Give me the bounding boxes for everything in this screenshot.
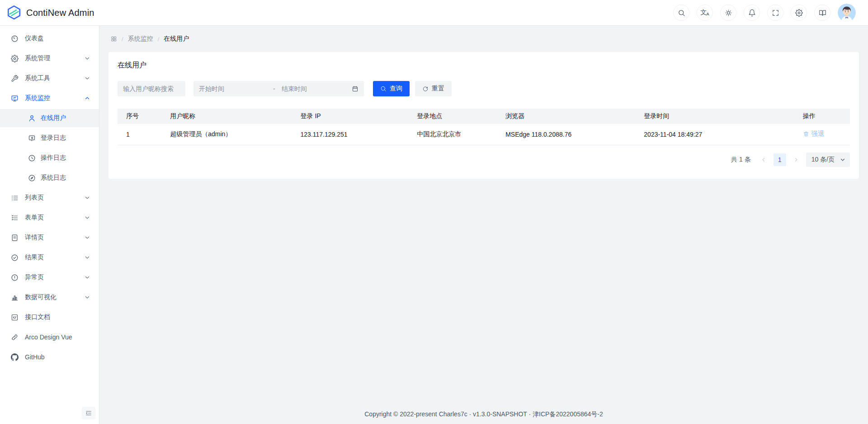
app-header: ContiNew Admin 文A <box>0 0 868 26</box>
pagination-page-1[interactable]: 1 <box>774 153 786 166</box>
chevron-down-icon <box>85 76 90 81</box>
cell-browser: MSEdge 118.0.2088.76 <box>497 124 635 145</box>
page-size-value: 10 条/页 <box>811 156 835 164</box>
chevron-up-icon <box>85 95 90 101</box>
settings-button[interactable] <box>791 5 807 21</box>
sidebar-item-label: Arco Design Vue <box>25 333 90 341</box>
sidebar-item-dashboard[interactable]: 仪表盘 <box>0 29 99 48</box>
sidebar-item-system-tools[interactable]: 系统工具 <box>0 69 99 87</box>
content-area: / 系统监控 / 在线用户 在线用户 - <box>99 26 868 424</box>
login-log-icon <box>28 134 36 142</box>
sidebar-item-label: GitHub <box>25 353 90 361</box>
check-circle-icon <box>11 254 19 262</box>
nickname-search-input[interactable] <box>118 81 185 96</box>
sidebar-item-form-pages[interactable]: 表单页 <box>0 209 99 227</box>
refresh-icon <box>422 86 429 92</box>
chevron-right-icon <box>793 157 799 162</box>
dashboard-icon <box>11 35 19 43</box>
cell-nickname: 超级管理员（admin） <box>161 124 292 145</box>
column-header-location: 登录地点 <box>408 109 497 124</box>
chevron-down-icon <box>85 255 90 260</box>
sidebar-item-data-visualization[interactable]: 数据可视化 <box>0 288 99 306</box>
clock-icon <box>28 154 36 162</box>
sidebar-item-system-management[interactable]: 系统管理 <box>0 49 99 67</box>
cell-location: 中国北京北京市 <box>408 124 497 145</box>
brand: ContiNew Admin <box>6 5 94 20</box>
sidebar-item-label: 接口文档 <box>25 313 90 321</box>
chevron-down-icon <box>840 157 845 162</box>
end-time-input[interactable] <box>282 85 352 92</box>
theme-toggle-button[interactable] <box>720 5 736 21</box>
user-icon <box>28 114 36 122</box>
cell-index: 1 <box>118 124 161 145</box>
document-icon <box>11 234 19 242</box>
sidebar-subitem-system-logs[interactable]: 系统日志 <box>0 169 99 187</box>
sidebar-item-detail-pages[interactable]: 详情页 <box>0 229 99 247</box>
bell-icon <box>748 9 756 17</box>
form-list-icon <box>11 214 19 222</box>
docs-button[interactable] <box>814 5 830 21</box>
page-size-select[interactable]: 10 条/页 <box>806 152 850 167</box>
start-time-input[interactable] <box>199 85 271 92</box>
sidebar-item-label: 详情页 <box>25 233 85 242</box>
header-actions: 文A <box>673 4 856 22</box>
sidebar-collapse-button[interactable] <box>82 407 95 419</box>
chevron-down-icon <box>85 215 90 220</box>
sidebar-item-github[interactable]: GitHub <box>0 348 99 366</box>
pagination-next-button[interactable] <box>790 153 802 166</box>
sidebar-item-label: 数据可视化 <box>25 293 85 301</box>
cell-actions: 强退 <box>794 124 850 145</box>
pagination-prev-button[interactable] <box>757 153 770 166</box>
date-range-picker[interactable]: - <box>193 81 364 96</box>
breadcrumb-item[interactable]: 系统监控 <box>128 35 153 43</box>
sidebar-item-list-pages[interactable]: 列表页 <box>0 189 99 207</box>
monitor-icon <box>11 95 19 102</box>
sidebar-subitem-online-users[interactable]: 在线用户 <box>0 109 99 127</box>
calendar-icon[interactable] <box>352 86 359 92</box>
fullscreen-icon <box>772 9 779 17</box>
notifications-button[interactable] <box>744 5 760 21</box>
search-icon <box>380 86 387 92</box>
footer-copyright: Copyright © 2022-present Charles7c · v1.… <box>99 410 868 424</box>
sidebar-item-api-docs[interactable]: 接口文档 <box>0 308 99 326</box>
bar-chart-icon <box>11 294 19 301</box>
sidebar-item-label: 仪表盘 <box>25 34 90 43</box>
sidebar-subitem-login-logs[interactable]: 登录日志 <box>0 129 99 147</box>
reset-button[interactable]: 重置 <box>415 81 452 96</box>
column-header-index: 序号 <box>118 109 161 124</box>
wrench-icon <box>11 75 19 82</box>
chevron-down-icon <box>85 295 90 300</box>
breadcrumb: / 系统监控 / 在线用户 <box>99 26 868 43</box>
trash-icon <box>803 131 809 137</box>
sidebar-item-label: 系统管理 <box>25 54 85 62</box>
sidebar-item-label: 系统日志 <box>41 174 90 182</box>
sidebar-item-result-pages[interactable]: 结果页 <box>0 248 99 267</box>
sidebar-item-system-monitor[interactable]: 系统监控 <box>0 89 99 107</box>
chevron-down-icon <box>85 235 90 240</box>
translate-icon: 文A <box>700 9 709 16</box>
reset-button-label: 重置 <box>432 85 444 93</box>
force-logout-button[interactable]: 强退 <box>803 130 824 138</box>
language-button[interactable]: 文A <box>697 5 713 21</box>
github-icon <box>11 353 19 361</box>
apps-grid-icon[interactable] <box>111 36 117 42</box>
sidebar-item-label: 结果页 <box>25 253 85 262</box>
fullscreen-button[interactable] <box>767 5 783 21</box>
query-button[interactable]: 查询 <box>373 81 410 96</box>
online-users-table: 序号 用户昵称 登录 IP 登录地点 浏览器 登录时间 操作 1 超级管理员（a… <box>118 109 850 145</box>
gear-icon <box>795 9 803 17</box>
breadcrumb-item-current: 在线用户 <box>164 35 189 43</box>
alert-circle-icon <box>11 274 19 281</box>
sidebar-item-exception-pages[interactable]: 异常页 <box>0 268 99 286</box>
sidebar-item-arco-design-vue[interactable]: Arco Design Vue <box>0 328 99 346</box>
settings-gear-icon <box>11 55 19 62</box>
sun-icon <box>725 9 732 17</box>
sidebar-item-label: 表单页 <box>25 214 85 222</box>
range-separator: - <box>271 85 277 92</box>
chevron-down-icon <box>85 275 90 280</box>
cell-login-time: 2023-11-04 18:49:27 <box>635 124 794 145</box>
table-header-row: 序号 用户昵称 登录 IP 登录地点 浏览器 登录时间 操作 <box>118 109 850 124</box>
user-avatar[interactable] <box>838 4 856 22</box>
sidebar-subitem-operation-logs[interactable]: 操作日志 <box>0 149 99 167</box>
search-button[interactable] <box>673 5 689 21</box>
